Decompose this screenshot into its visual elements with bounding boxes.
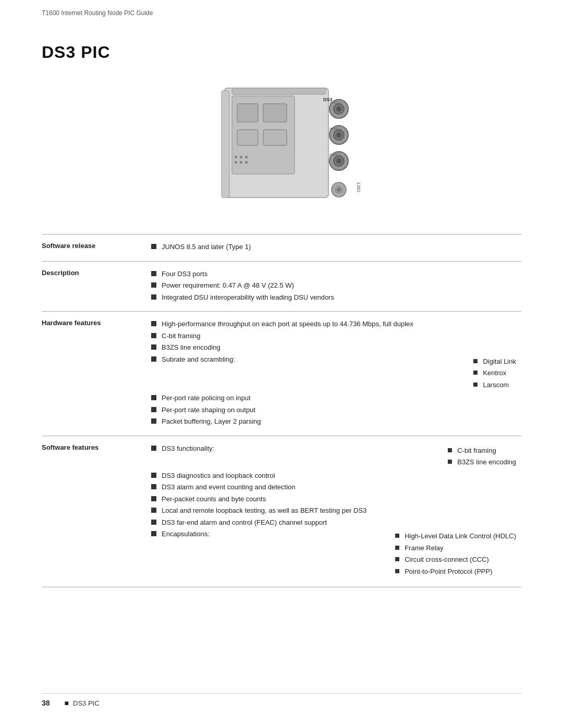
svg-point-8 <box>336 106 341 112</box>
list-item: Larscom <box>473 380 516 390</box>
list-item: High-performance throughput on each port… <box>151 319 516 329</box>
page-footer: 38 ■ DS3 PIC <box>42 693 521 707</box>
bullet-icon <box>151 484 156 489</box>
bullet-icon <box>151 520 156 525</box>
svg-text:1382: 1382 <box>356 182 361 192</box>
list-item: C-bit framing <box>448 446 516 456</box>
bullet-icon <box>151 496 156 501</box>
list-item: Integrated DSU interoperability with lea… <box>151 292 516 303</box>
bullet-icon <box>151 333 156 338</box>
pic-image-container: DS3 PORT 1 PORT 2 PORT 3 1382 <box>42 78 521 213</box>
bullet-text: Four DS3 ports <box>162 269 516 279</box>
list-item: Power requirement: 0.47 A @ 48 V (22.5 W… <box>151 280 516 291</box>
bullet-icon <box>151 407 156 412</box>
bullet-text: JUNOS 8.5 and later (Type 1) <box>162 242 516 252</box>
list-item: Subrate and scrambling:Digital LinkKentr… <box>151 354 516 392</box>
bullet-text: Subrate and scrambling: <box>162 354 458 365</box>
page: T1600 Internet Routing Node PIC Guide DS… <box>0 0 563 728</box>
spec-content: High-performance throughput on each port… <box>141 312 521 436</box>
svg-text:PORT 2: PORT 2 <box>329 127 341 130</box>
bullet-text: DS3 diagnostics and loopback control <box>162 471 516 481</box>
bullet-text: High-performance throughput on each port… <box>162 319 516 329</box>
sub-bullet-icon <box>395 569 399 573</box>
spec-row: Hardware featuresHigh-performance throug… <box>42 312 521 436</box>
list-item: C-bit framing <box>151 331 516 341</box>
bullet-text: Power requirement: 0.47 A @ 48 V (22.5 W… <box>162 280 516 291</box>
list-item: JUNOS 8.5 and later (Type 1) <box>151 242 516 252</box>
sub-bullet-icon <box>395 534 399 538</box>
svg-rect-16 <box>240 156 242 158</box>
svg-point-14 <box>336 158 341 164</box>
svg-rect-5 <box>263 130 287 145</box>
svg-rect-29 <box>222 91 229 198</box>
svg-rect-18 <box>235 161 237 164</box>
list-item: Packet buffering, Layer 2 parsing <box>151 416 516 427</box>
sub-item-container: C-bit framingB3ZS line encoding <box>432 445 516 469</box>
svg-point-11 <box>336 132 341 138</box>
svg-rect-19 <box>240 161 242 164</box>
list-item: Circuit cross-connect (CCC) <box>395 554 516 565</box>
bullet-text: Per-packet counts and byte counts <box>162 494 516 504</box>
footer-section: DS3 PIC <box>73 699 100 707</box>
spec-content: Four DS3 portsPower requirement: 0.47 A … <box>141 261 521 312</box>
list-item: Digital Link <box>473 356 516 367</box>
list-item: B3ZS line encoding <box>448 457 516 467</box>
page-title: DS3 PIC <box>42 43 521 62</box>
spec-content: JUNOS 8.5 and later (Type 1) <box>141 235 521 262</box>
bullet-icon <box>151 531 156 536</box>
bullet-icon <box>151 356 156 362</box>
sub-bullet-text: Digital Link <box>483 356 516 367</box>
sub-bullet-text: C-bit framing <box>457 446 516 456</box>
sub-bullet-icon <box>473 382 478 387</box>
bullet-icon <box>151 244 156 249</box>
sub-bullet-text: B3ZS line encoding <box>457 457 516 467</box>
svg-text:PORT 3: PORT 3 <box>329 153 341 156</box>
list-item: DS3 diagnostics and loopback control <box>151 471 516 481</box>
bullet-icon <box>151 446 156 451</box>
svg-rect-2 <box>237 104 258 122</box>
bullet-text: DS3 functionality: <box>162 443 432 454</box>
spec-content: DS3 functionality:C-bit framingB3ZS line… <box>141 436 521 587</box>
list-item: Per-port rate policing on input <box>151 393 516 403</box>
list-item: High-Level Data Link Control (HDLC) <box>395 531 516 541</box>
list-item: Point-to-Point Protocol (PPP) <box>395 566 516 577</box>
svg-rect-3 <box>263 104 287 122</box>
list-item: Kentrox <box>473 368 516 378</box>
sub-bullet-text: Kentrox <box>483 368 516 378</box>
page-header: T1600 Internet Routing Node PIC Guide <box>0 0 563 22</box>
list-item: DS3 functionality:C-bit framingB3ZS line… <box>151 443 516 469</box>
page-content: DS3 PIC <box>0 22 563 619</box>
list-item: Per-packet counts and byte counts <box>151 494 516 504</box>
spec-row: DescriptionFour DS3 portsPower requireme… <box>42 261 521 312</box>
bullet-icon <box>151 508 156 513</box>
bullet-icon <box>151 344 156 350</box>
sub-item-container: Digital LinkKentroxLarscom <box>458 355 516 392</box>
bullet-text: C-bit framing <box>162 331 516 341</box>
header-title: T1600 Internet Routing Node PIC Guide <box>42 9 153 17</box>
list-item: Per-port rate shaping on output <box>151 405 516 415</box>
sub-bullet-text: Circuit cross-connect (CCC) <box>405 554 516 565</box>
bullet-icon <box>151 282 156 288</box>
bullet-icon <box>151 321 156 326</box>
bullet-icon <box>151 395 156 400</box>
sub-bullet-icon <box>473 371 478 375</box>
svg-rect-15 <box>235 156 237 158</box>
svg-rect-17 <box>245 156 248 158</box>
spec-label: Description <box>42 261 141 312</box>
footer-separator: ■ <box>65 699 69 707</box>
sub-bullet-icon <box>395 546 399 550</box>
bullet-icon <box>151 271 156 276</box>
spec-label: Software release <box>42 235 141 262</box>
bullet-text: Per-port rate policing on input <box>162 393 516 403</box>
sub-bullet-text: High-Level Data Link Control (HDLC) <box>405 531 516 541</box>
bullet-icon <box>151 473 156 478</box>
sub-bullet-icon <box>473 359 478 363</box>
bullet-text: Per-port rate shaping on output <box>162 405 516 415</box>
list-item: B3ZS line encoding <box>151 342 516 353</box>
hardware-diagram: DS3 PORT 1 PORT 2 PORT 3 1382 <box>193 78 370 213</box>
bullet-text: B3ZS line encoding <box>162 342 516 353</box>
bullet-text: DS3 alarm and event counting and detecti… <box>162 482 516 492</box>
footer-page-number: 38 <box>42 699 50 707</box>
sub-bullet-icon <box>448 448 452 452</box>
sub-bullet-text: Larscom <box>483 380 516 390</box>
